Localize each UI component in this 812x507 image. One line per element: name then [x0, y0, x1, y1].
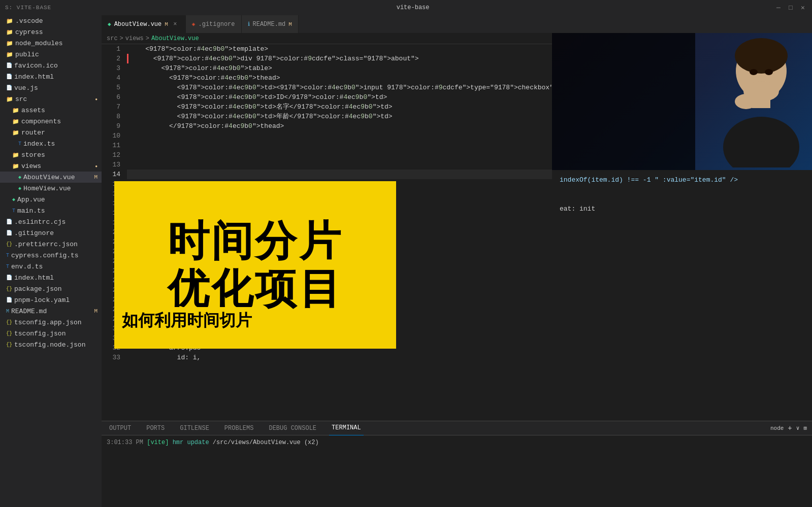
sidebar-item-pnpm-lock-yaml[interactable]: 📄 pnpm-lock.yaml [0, 294, 102, 306]
tab--gitignore[interactable]: ◈.gitignore [186, 15, 242, 33]
tab-README-md[interactable]: ℹREADME.mdM [242, 15, 299, 33]
json-file-icon: {} [6, 286, 12, 292]
tab-vue-icon: ◆ [108, 21, 111, 27]
code-content[interactable]: <9178">color:#4ec9b0">template> <9178">c… [124, 44, 552, 421]
sidebar-item-tsconfig-node-json[interactable]: {} tsconfig.node.json [0, 339, 102, 350]
sidebar-item--gitignore[interactable]: 📄 .gitignore [0, 227, 102, 239]
minimize-icon[interactable]: ─ [774, 4, 783, 12]
sidebar-label: index.ts [23, 140, 102, 148]
sidebar-item-package-json[interactable]: {} package.json [0, 283, 102, 294]
sidebar-item-favicon-ico[interactable]: 📄 favicon.ico [0, 60, 102, 71]
terminal-right-buttons: node + ∨ ⊞ [770, 424, 807, 432]
line-number-33: 33 [104, 353, 120, 362]
dot-indicator: ● [95, 164, 98, 168]
sidebar-label: HomeView.vue [23, 185, 102, 192]
left-editor: src > views > AboutView.vue 123456789101… [102, 33, 552, 421]
sidebar-item-index-ts[interactable]: T index.ts [0, 138, 102, 149]
sidebar-item-tsconfig-json[interactable]: {} tsconfig.json [0, 328, 102, 339]
line-number-13: 13 [104, 160, 120, 170]
title-bar-icons: ─ □ ✕ [774, 4, 807, 12]
project-name: S: VITE-BASE [5, 5, 51, 11]
line-number-19: 19 [104, 218, 120, 227]
sidebar-item-tsconfig-app-json[interactable]: {} tsconfig.app.json [0, 317, 102, 328]
sidebar-item-router[interactable]: 📁 router [0, 127, 102, 138]
terminal-tab-ports[interactable]: PORTS [144, 421, 167, 435]
terminal-tab-gitlense[interactable]: GITLENSE [177, 421, 212, 435]
code-text: <9178">color:#4ec9b0">td><9178">color:#4… [127, 83, 552, 92]
file-icon: 📄 [6, 74, 12, 80]
line-number-29: 29 [104, 314, 120, 324]
sidebar-item--vscode[interactable]: 📁 .vscode [0, 15, 102, 26]
sidebar-item-vue-js[interactable]: 📄 vue.js [0, 82, 102, 93]
sidebar-label: cypress [15, 28, 102, 36]
folder-icon: 📁 [12, 107, 19, 114]
sidebar-item-cypress[interactable]: 📁 cypress [0, 26, 102, 38]
sidebar-item-assets[interactable]: 📁 assets [0, 105, 102, 116]
code-line-2: <9178">color:#4ec9b0">div 9178">color:#9… [127, 54, 552, 63]
folder-icon: 📁 [6, 96, 13, 103]
tab-AboutView-vue[interactable]: ◆AboutView.vueM× [102, 15, 186, 33]
video-dark-left [552, 33, 695, 170]
maximize-icon[interactable]: □ [787, 4, 795, 12]
code-text: } [127, 305, 165, 314]
modified-indicator: M [94, 174, 98, 180]
sidebar-item--prettierrc-json[interactable]: {} .prettierrc.json [0, 239, 102, 250]
line-number-1: 1 [104, 44, 120, 54]
sidebar-item-src[interactable]: 📁 src● [0, 93, 102, 105]
tab-info-icon: ℹ [248, 21, 250, 27]
terminal-tab-problems[interactable]: PROBLEMS [222, 421, 256, 435]
right-code-eat: eat: init [560, 205, 595, 213]
code-line-5: <9178">color:#4ec9b0">td><9178">color:#4… [127, 83, 552, 92]
line-number-10: 10 [104, 131, 120, 141]
sidebar-item-stores[interactable]: 📁 stores [0, 149, 102, 160]
sidebar-item-views[interactable]: 📁 views● [0, 160, 102, 172]
code-text: <9178">color:#4ec9b0">td>年龄</9178">color… [127, 112, 393, 121]
sidebar-label: tsconfig.json [14, 330, 102, 337]
line-number-23: 23 [104, 256, 120, 266]
sidebar-item-App-vue[interactable]: ◆ App.vue [0, 194, 102, 205]
terminal-tab-output[interactable]: OUTPUT [107, 421, 134, 435]
sidebar-item-index-html[interactable]: 📄 index.html [0, 272, 102, 283]
sidebar-item-README-md[interactable]: M README.mdM [0, 306, 102, 317]
vue-file-icon: ◆ [18, 185, 21, 191]
sidebar-item--eslintrc-cjs[interactable]: 📄 .eslintrc.cjs [0, 216, 102, 227]
sidebar-item-AboutView-vue[interactable]: ◆ AboutView.vueM [0, 172, 102, 183]
sidebar-item-cypress-config-ts[interactable]: T cypress.config.ts [0, 250, 102, 261]
line-number-21: 21 [104, 237, 120, 247]
sidebar-item-public[interactable]: 📁 public [0, 49, 102, 60]
sidebar-item-main-ts[interactable]: T main.ts [0, 205, 102, 216]
code-text: 569cd6">let arrs = reactive<4ec9b0">IUse… [127, 324, 355, 333]
code-text: <9178">color:#4ec9b0">thead> [127, 73, 280, 83]
folder-icon: 📁 [12, 118, 19, 125]
terminal-tabs-bar: OUTPUTPORTSGITLENSEPROBLEMSDEBUG CONSOLE… [102, 421, 812, 435]
terminal-dropdown-button[interactable]: ∨ [796, 425, 800, 431]
code-text: <9178">color:#4ec9b0">table> [127, 63, 272, 73]
window-title: vite-base [397, 4, 430, 11]
close-icon[interactable]: ✕ [799, 4, 807, 12]
sidebar-item-node-modules[interactable]: 📁 node_modules [0, 38, 102, 49]
breadcrumb-sep2: > [146, 35, 149, 42]
terminal-panel: OUTPUTPORTSGITLENSEPROBLEMSDEBUG CONSOLE… [102, 421, 812, 507]
code-line-23 [127, 256, 552, 266]
code-line-29: 569cd6">let checkedList = reactive<569cd… [127, 314, 552, 324]
code-line-22 [127, 247, 552, 256]
sidebar-item-env-d-ts[interactable]: T env.d.ts [0, 261, 102, 272]
content-area: ◆AboutView.vueM×◈.gitignoreℹREADME.mdM s… [102, 15, 812, 507]
sidebar-label: favicon.ico [14, 62, 102, 70]
sidebar-item-HomeView-vue[interactable]: ◆ HomeView.vue [0, 183, 102, 194]
terminal-split-button[interactable]: ⊞ [803, 425, 807, 431]
code-line-16 [127, 189, 552, 198]
terminal-add-button[interactable]: + [788, 424, 792, 432]
terminal-tab-terminal[interactable]: TERMINAL [329, 421, 364, 435]
sidebar-item-index-html[interactable]: 📄 index.html [0, 71, 102, 82]
tab-close-button[interactable]: × [171, 20, 179, 28]
file-icon: 📄 [6, 297, 12, 303]
file-icon: 📄 [6, 230, 12, 236]
svg-point-7 [735, 94, 757, 109]
code-line-8: <9178">color:#4ec9b0">td>年龄</9178">color… [127, 112, 552, 121]
code-text: <9178">color:#4ec9b0">td>ID</9178">color… [127, 92, 387, 102]
sidebar-item-components[interactable]: 📁 components [0, 116, 102, 127]
terminal-line: 3:01:33 PM [vite] hmr update /src/views/… [107, 438, 807, 447]
terminal-tab-debug-console[interactable]: DEBUG CONSOLE [266, 421, 319, 435]
folder-icon: 📁 [12, 163, 19, 170]
